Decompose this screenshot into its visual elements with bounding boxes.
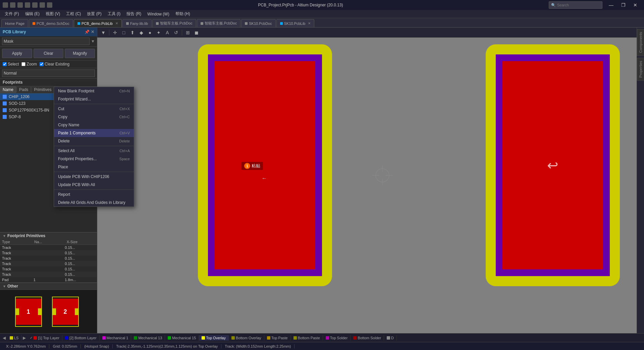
layer-top-solder[interactable]: Top Solder xyxy=(323,335,351,341)
prim-item-3[interactable]: Track 0.15... xyxy=(0,256,97,261)
layer-mech15[interactable]: Mechanical 15 xyxy=(165,335,199,341)
ctx-copy-name[interactable]: Copy Name xyxy=(54,121,134,129)
tab-znc2-label: 智能车主板.PcbDoc xyxy=(205,21,237,26)
panel-pin-icon[interactable]: 📌 xyxy=(85,30,90,34)
tab-schdoc[interactable]: PCB_demo.SchDoc xyxy=(29,19,73,27)
layer-bottom-paste[interactable]: Bottom Paste xyxy=(291,335,323,341)
clear-button[interactable]: Clear xyxy=(34,49,64,58)
primitives-header[interactable]: ▼ Footprint Primitives xyxy=(0,232,97,239)
ctx-paste[interactable]: Paste 1 Components Ctrl+V xyxy=(54,129,134,137)
layer-mech15-color xyxy=(168,336,171,340)
tab-sk10-pcblib[interactable]: SK10.PcbLib ✕ xyxy=(276,19,315,27)
menu-help[interactable]: 帮助 (H) xyxy=(173,10,193,17)
ctx-new-blank[interactable]: New Blank Footprint Ctrl+N xyxy=(54,87,134,95)
ctx-update-all-label: Update PCB With All xyxy=(58,182,95,187)
ctx-report[interactable]: Report xyxy=(54,190,134,199)
zoom-checkbox[interactable] xyxy=(21,62,25,66)
ctx-fp-props[interactable]: Footprint Properties... Space xyxy=(54,155,134,163)
right-tab-components[interactable]: Components xyxy=(637,29,644,56)
layer-top[interactable]: ✓ [1] Top Layer xyxy=(27,335,62,341)
layer-nav-right[interactable]: ▶ xyxy=(21,335,27,341)
prim-item-4[interactable]: Track 0.15... xyxy=(0,261,97,266)
panel-close-icon[interactable]: ✕ xyxy=(91,30,94,34)
tab-home[interactable]: Home Page xyxy=(1,19,28,27)
tool-undo[interactable]: ↺ xyxy=(172,29,180,37)
prim-item-5[interactable]: Track 0.15... xyxy=(0,266,97,272)
menu-project[interactable]: 工程 (C) xyxy=(63,10,84,17)
magnify-button[interactable]: Magnify xyxy=(65,49,95,58)
select-checkbox[interactable] xyxy=(3,62,7,66)
ctx-delete[interactable]: Delete Delete xyxy=(54,137,134,145)
tab-sk10lib-close[interactable]: ✕ xyxy=(308,21,311,25)
menu-file[interactable]: 文件 (F) xyxy=(2,10,22,17)
mask-dropdown-icon[interactable]: ▼ xyxy=(91,39,95,44)
prim-item-6[interactable]: Track 0.15... xyxy=(0,272,97,277)
prim-item-2[interactable]: Track 0.15... xyxy=(0,250,97,256)
layer-top-paste[interactable]: Top Paste xyxy=(264,335,291,341)
tab-pcblib-demo[interactable]: PCB_demo.PcbLib ✕ xyxy=(74,19,122,27)
layer-top-overlay[interactable]: Top Overlay xyxy=(199,335,229,341)
prim-item-7[interactable]: Pad 1 1.8m... xyxy=(0,277,97,282)
other-header[interactable]: ▼ Other xyxy=(0,283,97,290)
ctx-select-all[interactable]: Select All Ctrl+A xyxy=(54,147,134,155)
menu-place[interactable]: 放置 (P) xyxy=(84,10,104,17)
layer-bottom[interactable]: [2] Bottom Layer xyxy=(62,335,100,341)
tool-cursor[interactable]: ✛ xyxy=(111,29,119,37)
fp-name-sod123: SOD-123 xyxy=(9,101,25,106)
prim-item-1[interactable]: Track 0.15... xyxy=(0,245,97,250)
menu-window[interactable]: Window (W) xyxy=(145,11,172,17)
menu-tools[interactable]: 工具 (I) xyxy=(105,10,123,17)
normal-select[interactable]: Normal xyxy=(2,70,95,77)
layer-mech1[interactable]: Mechanical 1 xyxy=(100,335,131,341)
tab-znc-pcbdoc[interactable]: 智能车主板.PcbDoc xyxy=(152,19,196,27)
menu-report[interactable]: 报告 (R) xyxy=(124,10,144,17)
ctx-update-chip[interactable]: Update PCB With CHIP1206 xyxy=(54,173,134,181)
tab-sk10-pcbdoc[interactable]: SK10.PcbDoc xyxy=(241,19,275,27)
layer-nav-left[interactable]: ◀ xyxy=(1,335,7,341)
clear-existing-checkbox[interactable] xyxy=(40,62,44,66)
ctx-fp-wizard[interactable]: Footprint Wizard... xyxy=(54,95,134,103)
ctx-copy[interactable]: Copy Ctrl+C xyxy=(54,113,134,121)
tool-diamond[interactable]: ◆ xyxy=(137,29,145,37)
fp-col-primitives[interactable]: Primitives xyxy=(31,86,54,93)
layer-bottom-overlay[interactable]: Bottom Overlay xyxy=(229,335,264,341)
clear-existing-option[interactable]: Clear Existing xyxy=(40,62,69,67)
tab-sk10lib-label: SK10.PcbLib xyxy=(284,21,306,26)
ctx-update-all[interactable]: Update PCB With All xyxy=(54,181,134,189)
select-option[interactable]: Select xyxy=(3,62,19,67)
search-input[interactable] xyxy=(557,3,597,7)
tool-filter[interactable]: ▼ xyxy=(99,29,107,37)
tool-circle[interactable]: ● xyxy=(146,29,154,37)
window-title: PCB_Project.PrjPcb - Altium Designer (20… xyxy=(52,3,549,7)
layer-ls[interactable]: LS xyxy=(7,335,21,341)
pcb-canvas[interactable]: ↩ ← 1 粘贴 xyxy=(97,38,637,333)
tool-box[interactable]: □ xyxy=(120,29,128,37)
close-button[interactable]: ✕ xyxy=(629,0,641,10)
zoom-option[interactable]: Zoom xyxy=(21,62,37,67)
apply-button[interactable]: Apply xyxy=(2,49,32,58)
tool-star[interactable]: ✦ xyxy=(155,29,163,37)
tool-text[interactable]: A xyxy=(163,29,171,37)
ctx-cut[interactable]: Cut Ctrl+X xyxy=(54,105,134,113)
ctx-delete-grids[interactable]: Delete All Grids And Guides in Library xyxy=(54,199,134,207)
right-tab-properties[interactable]: Properties xyxy=(637,58,644,81)
search-box[interactable]: 🔍 xyxy=(549,1,602,9)
tab-fanylib[interactable]: Fany-lib.lib xyxy=(122,19,152,27)
menu-edit[interactable]: 编辑 (E) xyxy=(22,10,42,17)
maximize-button[interactable]: ❐ xyxy=(617,0,629,10)
menu-view[interactable]: 视图 (V) xyxy=(43,10,63,17)
layer-d[interactable]: D xyxy=(384,335,397,341)
fp-col-pads[interactable]: Pads xyxy=(16,86,31,93)
prim-type-7: Pad xyxy=(2,278,32,282)
layer-mech13[interactable]: Mechanical 13 xyxy=(131,335,165,341)
ctx-place[interactable]: Place xyxy=(54,163,134,171)
tab-pcblib-close[interactable]: ✕ xyxy=(115,21,118,25)
fp-col-name[interactable]: Name xyxy=(0,86,16,93)
layer-bottom-solder[interactable]: Bottom Solder xyxy=(351,335,384,341)
tab-znc-pcbdoc2[interactable]: 智能车主板.PcbDoc xyxy=(197,19,241,27)
mask-select[interactable]: Mask xyxy=(2,38,90,45)
tool-grid[interactable]: ⊞ xyxy=(184,29,192,37)
tool-solid[interactable]: ◼ xyxy=(193,29,201,37)
tool-arrow[interactable]: ⬆ xyxy=(128,29,137,37)
minimize-button[interactable]: — xyxy=(605,0,617,10)
